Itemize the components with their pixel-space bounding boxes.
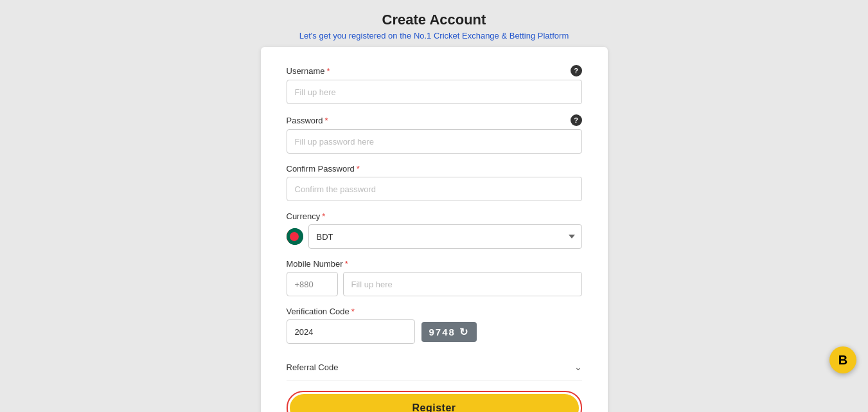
currency-flag-icon	[287, 228, 303, 245]
currency-row: BDT USD EUR INR	[287, 224, 582, 249]
verification-label-row: Verification Code *	[287, 307, 582, 316]
password-required: *	[325, 116, 328, 125]
username-input[interactable]	[287, 80, 582, 104]
password-label: Password *	[287, 116, 328, 125]
page-title: Create Account	[299, 12, 569, 28]
password-input[interactable]	[287, 129, 582, 154]
username-label-row: Username * ?	[287, 65, 582, 76]
mobile-label-row: Mobile Number *	[287, 259, 582, 269]
password-help-icon[interactable]: ?	[571, 114, 582, 126]
username-group: Username * ?	[287, 65, 582, 104]
verification-label: Verification Code *	[287, 307, 355, 316]
username-help-icon[interactable]: ?	[571, 65, 582, 76]
floating-chat-button[interactable]: B	[829, 346, 856, 373]
page-wrapper: Create Account Let's get you registered …	[0, 0, 868, 412]
register-button[interactable]: Register	[290, 394, 579, 412]
chevron-down-icon: ⌄	[574, 362, 582, 372]
confirm-password-label: Confirm Password *	[287, 164, 360, 174]
currency-label: Currency *	[287, 211, 326, 221]
confirm-password-label-row: Confirm Password *	[287, 164, 582, 174]
form-card: Username * ? Password * ? Confirm	[261, 47, 608, 412]
verification-group: Verification Code * 9748 ↻	[287, 307, 582, 344]
captcha-value: 9748	[429, 327, 456, 337]
currency-label-row: Currency *	[287, 211, 582, 221]
currency-select[interactable]: BDT USD EUR INR	[308, 224, 582, 249]
currency-group: Currency * BDT USD EUR INR	[287, 211, 582, 249]
mobile-row	[287, 272, 582, 296]
mobile-required: *	[345, 259, 348, 269]
confirm-password-group: Confirm Password *	[287, 164, 582, 201]
username-required: *	[326, 66, 330, 76]
mobile-prefix-input[interactable]	[287, 272, 338, 296]
confirm-password-input[interactable]	[287, 177, 582, 201]
username-label: Username *	[287, 66, 330, 76]
verification-required: *	[351, 307, 355, 316]
password-label-row: Password * ?	[287, 114, 582, 126]
confirm-password-required: *	[357, 164, 360, 174]
referral-row[interactable]: Referral Code ⌄	[287, 354, 582, 381]
mobile-number-input[interactable]	[343, 272, 582, 296]
verification-row: 9748 ↻	[287, 319, 582, 344]
floating-button-label: B	[838, 353, 847, 368]
page-header: Create Account Let's get you registered …	[299, 0, 569, 47]
page-subtitle: Let's get you registered on the No.1 Cri…	[299, 31, 569, 40]
password-group: Password * ?	[287, 114, 582, 154]
mobile-label: Mobile Number *	[287, 259, 348, 269]
svg-point-1	[290, 232, 299, 241]
register-button-wrapper: Register	[287, 391, 582, 412]
referral-label: Referral Code	[287, 363, 339, 372]
currency-required: *	[322, 211, 325, 221]
mobile-number-group: Mobile Number *	[287, 259, 582, 296]
refresh-icon[interactable]: ↻	[459, 326, 469, 338]
captcha-box[interactable]: 9748 ↻	[421, 322, 477, 342]
verification-input[interactable]	[287, 319, 415, 344]
